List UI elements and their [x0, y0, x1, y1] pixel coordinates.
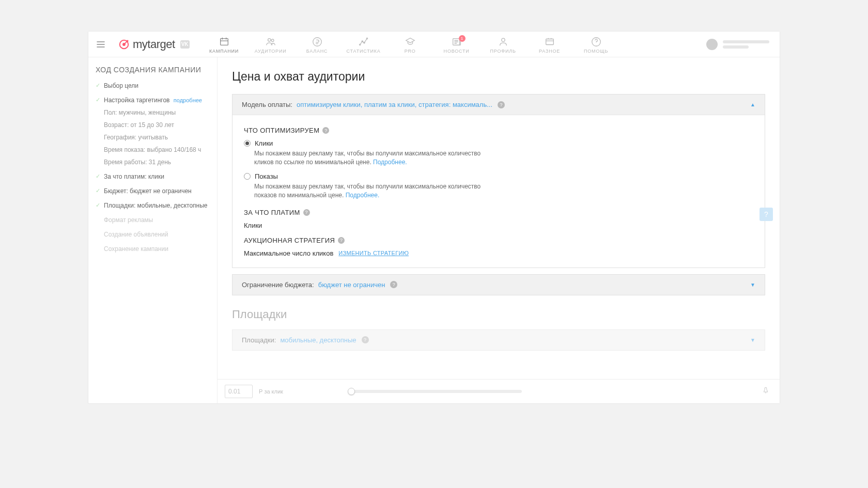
caret-down-icon: ▼ [750, 337, 755, 343]
step-payfor[interactable]: ✓ За что платим: клики [96, 172, 210, 181]
help-icon[interactable]: ? [322, 127, 329, 134]
sub-duration: Время работы: 31 день [104, 158, 210, 167]
change-strategy-link[interactable]: ИЗМЕНИТЬ СТРАТЕГИЮ [338, 250, 409, 256]
help-icon[interactable]: ? [338, 237, 345, 244]
app-shell: mytarget VK КАМПАНИИ АУДИТОРИИ БАЛАНС [88, 31, 780, 404]
step-targeting[interactable]: ✓ Настройка таргетингов подробнее [96, 96, 210, 105]
step-format: ✓ Формат рекламы [96, 215, 210, 225]
campaigns-icon [219, 36, 230, 48]
price-unit-label: Р за клик [259, 388, 283, 395]
help-icon[interactable]: ? [390, 281, 397, 288]
payfor-title: ЗА ЧТО ПЛАТИМ ? [244, 209, 753, 216]
target-icon [118, 39, 130, 50]
impressions-more-link[interactable]: Подробнее. [346, 192, 380, 199]
pin-icon[interactable] [762, 387, 769, 396]
svg-rect-12 [546, 39, 553, 44]
floating-help-button[interactable]: ? [760, 208, 773, 221]
check-icon: ✓ [96, 186, 101, 196]
step-placements[interactable]: ✓ Площадки: мобильные, десктопные [96, 201, 210, 210]
sub-geo: География: учитывать [104, 133, 210, 142]
campaign-progress-sidebar: ХОД СОЗДАНИЯ КАМПАНИИ ✓ Выбор цели ✓ Нас… [88, 57, 218, 403]
check-icon: ✓ [96, 201, 101, 210]
nav-audiences[interactable]: АУДИТОРИИ [249, 33, 293, 56]
placements-heading: Площадки [232, 308, 765, 321]
step-goal[interactable]: ✓ Выбор цели [96, 81, 210, 90]
header: mytarget VK КАМПАНИИ АУДИТОРИИ БАЛАНС [88, 32, 780, 57]
svg-rect-2 [220, 38, 228, 45]
strategy-value: Максимальное число кликов [244, 249, 333, 257]
svg-point-5 [313, 37, 321, 46]
payment-model-panel: Модель оплаты: оптимизируем клики, плати… [232, 94, 765, 268]
radio-clicks[interactable]: Клики [244, 139, 753, 147]
brand-logo[interactable]: mytarget VK [113, 38, 195, 51]
nav-misc[interactable]: РАЗНОЕ [528, 33, 572, 56]
optimize-title: ЧТО ОПТИМИЗИРУЕМ ? [244, 127, 753, 134]
misc-icon [544, 36, 555, 48]
payfor-value: Клики [244, 222, 753, 229]
step-save: ✓ Сохранение кампании [96, 244, 210, 254]
placements-summary: мобильные, десктопные [280, 336, 356, 344]
pro-icon [405, 36, 416, 48]
check-icon: ✓ [96, 81, 101, 90]
nav-profile[interactable]: ПРОФИЛЬ [481, 33, 525, 56]
budget-panel-header[interactable]: Ограничение бюджета: бюджет не ограничен… [233, 275, 765, 295]
balance-icon [312, 36, 323, 48]
check-icon: ✓ [96, 172, 101, 181]
placements-panel: Площадки: мобильные, десктопные ? ▼ [232, 329, 765, 351]
optimize-option-impressions: Показы Мы покажем вашу рекламу так, чтоб… [244, 172, 753, 200]
clicks-more-link[interactable]: Подробнее. [373, 159, 407, 166]
svg-point-11 [501, 38, 504, 41]
stats-icon [358, 36, 369, 48]
budget-panel: Ограничение бюджета: бюджет не ограничен… [232, 274, 765, 295]
caret-up-icon: ▲ [750, 102, 755, 107]
nav-help[interactable]: ПОМОЩЬ [574, 33, 618, 56]
nav-balance[interactable]: БАЛАНС [295, 33, 339, 56]
nav-stats[interactable]: СТАТИСТИКА [342, 33, 386, 56]
payment-panel-header[interactable]: Модель оплаты: оптимизируем клики, плати… [233, 95, 765, 115]
impressions-description: Мы покажем вашу рекламу так, чтобы вы по… [254, 182, 497, 200]
sub-gender: Пол: мужчины, женщины [104, 108, 210, 117]
check-icon: ✓ [96, 96, 101, 105]
help-icon[interactable]: ? [362, 336, 369, 343]
budget-summary: бюджет не ограничен [318, 281, 385, 289]
svg-point-4 [271, 39, 274, 41]
svg-point-3 [268, 38, 271, 41]
step-create-ads: ✓ Создание объявлений [96, 230, 210, 239]
sub-time: Время показа: выбрано 140/168 ч [104, 145, 210, 154]
body: ХОД СОЗДАНИЯ КАМПАНИИ ✓ Выбор цели ✓ Нас… [88, 57, 780, 403]
brand-name: mytarget [133, 38, 175, 51]
avatar [706, 39, 718, 50]
vk-badge: VK [180, 40, 190, 49]
nav-news[interactable]: 1 НОВОСТИ [435, 33, 479, 56]
payment-summary: оптимизируем клики, платим за клики, стр… [297, 101, 492, 108]
user-name-placeholder [723, 40, 769, 49]
caret-down-icon: ▼ [750, 282, 755, 288]
price-slider[interactable] [351, 390, 522, 393]
sidebar-title: ХОД СОЗДАНИЯ КАМПАНИИ [96, 66, 210, 74]
price-footer-bar: Р за клик [218, 379, 780, 403]
hamburger-menu[interactable] [91, 35, 110, 54]
price-input[interactable] [225, 385, 253, 398]
help-icon[interactable]: ? [498, 101, 505, 108]
strategy-title: АУКЦИОННАЯ СТРАТЕГИЯ ? [244, 237, 753, 244]
top-nav: КАМПАНИИ АУДИТОРИИ БАЛАНС СТАТИСТИКА PRO [202, 33, 618, 56]
main-content: Цена и охват аудитории Модель оплаты: оп… [218, 57, 780, 403]
audiences-icon [265, 36, 276, 48]
help-icon[interactable]: ? [303, 209, 310, 216]
clicks-description: Мы покажем вашу рекламу так, чтобы вы по… [254, 149, 497, 167]
page-title: Цена и охват аудитории [232, 70, 765, 84]
help-icon [591, 36, 602, 48]
sub-age: Возраст: от 15 до 30 лет [104, 120, 210, 130]
targeting-details-link[interactable]: подробнее [174, 97, 202, 103]
step-budget[interactable]: ✓ Бюджет: бюджет не ограничен [96, 186, 210, 196]
radio-clicks-input[interactable] [244, 140, 251, 147]
radio-impressions-input[interactable] [244, 173, 251, 180]
news-badge: 1 [459, 35, 466, 42]
user-menu[interactable] [706, 39, 769, 50]
optimize-option-clicks: Клики Мы покажем вашу рекламу так, чтобы… [244, 139, 753, 167]
profile-icon [498, 36, 509, 48]
nav-pro[interactable]: PRO [388, 33, 432, 56]
nav-campaigns[interactable]: КАМПАНИИ [202, 33, 246, 56]
radio-impressions[interactable]: Показы [244, 172, 753, 180]
placements-panel-header[interactable]: Площадки: мобильные, десктопные ? ▼ [233, 330, 765, 350]
